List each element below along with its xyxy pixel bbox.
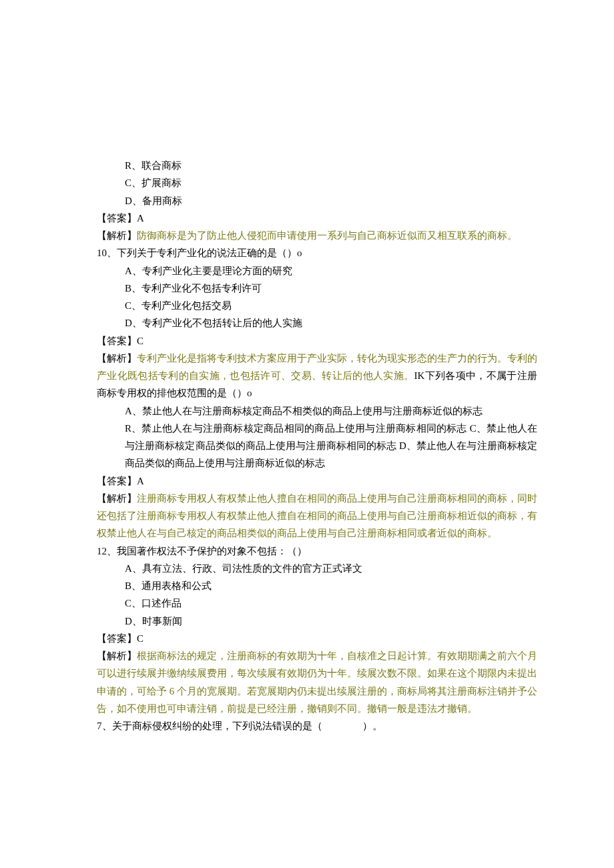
analysis-label: 【解析】 <box>97 650 137 661</box>
analysis-label: 【解析】 <box>97 230 137 241</box>
q9-answer-value: A <box>137 213 144 224</box>
q9-option-d: D、备用商标 <box>97 192 537 209</box>
q11-answer-value: A <box>137 476 144 486</box>
answer-label: 【答案】 <box>97 633 137 644</box>
q10-answer-value: C <box>137 336 143 346</box>
analysis-label: 【解析】 <box>97 493 137 504</box>
q10-analysis: 【解析】专利产业化是指将专利技术方案应用于产业实际，转化为现实形态的生产力的行为… <box>97 350 537 402</box>
q10-option-d: D、专利产业化不包括转让后的他人实施 <box>97 314 537 332</box>
q12-option-d: D、时事新闻 <box>97 612 537 630</box>
q12-stem: 12、我国著作权法不予保护的对象不包括：（） <box>97 542 537 560</box>
analysis-label: 【解析】 <box>97 353 137 364</box>
q10-option-a: A、专利产业化主要是理论方面的研究 <box>97 262 537 280</box>
q9-analysis-text: 防御商标是为了防止他人侵犯而申请使用一系列与自己商标近似而又相互联系的商标。 <box>137 230 517 241</box>
q10-option-c: C、专利产业化包括交易 <box>97 297 537 314</box>
q9-option-r: R、联合商标 <box>97 157 537 174</box>
q10-answer: 【答案】C <box>97 332 537 350</box>
q7-stem: 7、关于商标侵权纠纷的处理，下列说法错误的是（ ）。 <box>97 717 537 735</box>
q12-option-c: C、口述作品 <box>97 594 537 612</box>
q9-answer: 【答案】A <box>97 209 537 227</box>
q11-analysis-text: 注册商标专用权人有权禁止他人擅自在相同的商品上使用与自己注册商标相同的商标，同时… <box>97 493 537 539</box>
q11-answer: 【答案】A <box>97 472 537 490</box>
q9-option-c: C、扩展商标 <box>97 174 537 191</box>
q9-analysis: 【解析】防御商标是为了防止他人侵犯而申请使用一系列与自己商标近似而又相互联系的商… <box>97 227 537 244</box>
q11-analysis: 【解析】注册商标专用权人有权禁止他人擅自在相同的商品上使用与自己注册商标相同的商… <box>97 490 537 542</box>
q12-option-b: B、通用表格和公式 <box>97 577 537 594</box>
q10-option-b: B、专利产业化不包括专利许可 <box>97 280 537 297</box>
answer-label: 【答案】 <box>97 336 137 346</box>
answer-label: 【答案】 <box>97 213 137 224</box>
q12-answer-value: C <box>137 633 143 644</box>
q12-analysis-text: 根据商标法的规定，注册商标的有效期为十年，自核准之日起计算。有效期期满之前六个月… <box>97 650 537 714</box>
q11-option-a: A、禁止他人在与注册商标核定商品不相类似的商品上使用与注册商标近似的标志 <box>97 402 537 420</box>
answer-label: 【答案】 <box>97 476 137 486</box>
q10-stem: 10、下列关于专利产业化的说法正确的是（）o <box>97 244 537 262</box>
q11-option-b: R、禁止他人在与注册商标核定商品相同的商品上使用与注册商标相同的标志 C、禁止他… <box>97 420 537 472</box>
q12-analysis: 【解析】根据商标法的规定，注册商标的有效期为十年，自核准之日起计算。有效期期满之… <box>97 647 537 717</box>
q12-answer: 【答案】C <box>97 630 537 647</box>
q12-option-a: A、具有立法、行政、司法性质的文件的官方正式译文 <box>97 560 537 577</box>
